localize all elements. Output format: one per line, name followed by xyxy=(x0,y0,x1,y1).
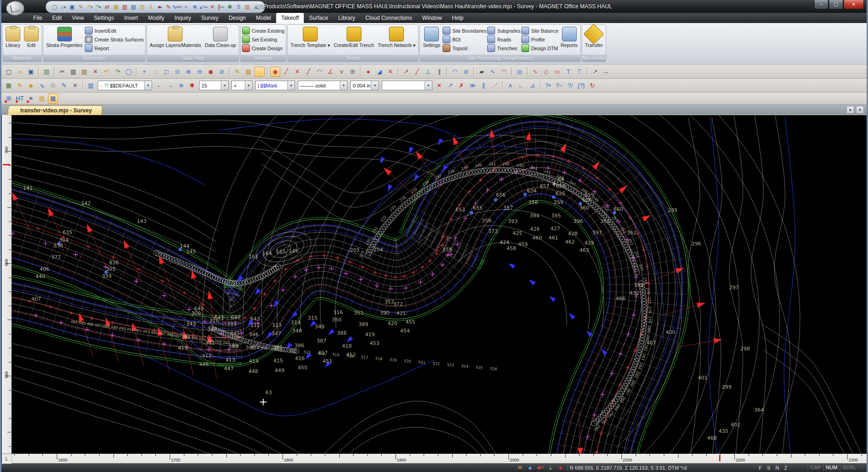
undo-icon[interactable]: ↶ xyxy=(101,67,112,77)
menu-item-view[interactable]: View xyxy=(67,13,89,23)
menu-item-cloud-connections[interactable]: Cloud Connections xyxy=(360,13,417,23)
trench-template-button[interactable]: Trench Template ▾ xyxy=(289,26,331,48)
query-point-icon[interactable]: ?• xyxy=(543,81,553,91)
save-icon[interactable]: ▣ xyxy=(68,3,76,12)
tangent-arc-icon[interactable]: ◠ xyxy=(450,67,460,77)
library-button[interactable]: Library xyxy=(4,26,22,48)
circle-icon[interactable]: ◎ xyxy=(514,67,525,77)
dropdown-arrow-icon[interactable]: ▼ xyxy=(371,81,378,90)
notes-toggle[interactable]: ▤ xyxy=(37,93,47,104)
transform-icon[interactable]: ⇘ xyxy=(37,81,47,91)
user-icon[interactable]: ☻ xyxy=(526,465,534,471)
copy-icon[interactable]: ▥ xyxy=(68,67,78,77)
hill-icon[interactable]: ▲ xyxy=(252,3,260,12)
dropdown-arrow-icon[interactable]: ▼ xyxy=(287,81,295,90)
paste-icon[interactable]: ▧ xyxy=(79,67,89,77)
strata-properties-button[interactable]: Strata Properties xyxy=(45,26,84,48)
point-heights-toggle[interactable]: HT xyxy=(15,93,25,104)
menu-item-help[interactable]: Help xyxy=(447,13,469,23)
dropdown-arrow-icon[interactable]: ▼ xyxy=(245,81,252,90)
delete-icon[interactable]: ✕ xyxy=(90,67,100,77)
menu-item-design[interactable]: Design xyxy=(224,13,251,23)
roads-button[interactable]: Roads xyxy=(487,35,520,43)
menu-item-edit[interactable]: Edit xyxy=(47,13,67,23)
spline-icon[interactable]: ∿ xyxy=(488,67,498,77)
resize-grip[interactable]: ⋰ xyxy=(860,465,866,471)
document-tab[interactable]: transfer-video.mjo - Survey xyxy=(7,105,103,115)
draft-icon[interactable]: ✎ xyxy=(232,67,242,77)
query-slope-icon[interactable]: ?/ xyxy=(565,81,575,91)
sheet-icon[interactable]: ▨ xyxy=(243,67,254,77)
info-icon[interactable]: ℹ xyxy=(147,3,155,12)
minimize-button[interactable]: ─ xyxy=(814,0,828,9)
trench-network-button[interactable]: Trench Network ▾ xyxy=(376,26,417,48)
chart-icon[interactable]: ▥ xyxy=(121,3,129,12)
menu-item-settings[interactable]: Settings xyxy=(89,13,119,23)
design-dtm-button[interactable]: Design DTM xyxy=(521,44,558,52)
create-edit-trench-button[interactable]: Create/Edit Trench xyxy=(332,26,376,48)
zoom-window-icon[interactable]: ◻ xyxy=(161,67,171,77)
sound-muted-icon[interactable]: ◀✕ xyxy=(536,465,544,471)
print-icon[interactable]: ▤ xyxy=(41,67,52,77)
menu-item-modify[interactable]: Modify xyxy=(143,13,169,23)
arc-icon[interactable]: ◠ xyxy=(314,67,325,77)
app-logo-button[interactable] xyxy=(6,1,24,16)
transfer-button[interactable]: Transfer xyxy=(584,26,604,48)
topsoil-button[interactable]: Topsoil xyxy=(443,44,486,52)
pan-icon[interactable]: + xyxy=(139,67,149,77)
angle-up-icon[interactable]: ∧ xyxy=(505,81,515,91)
data-clean-up-button[interactable]: Data Clean-up xyxy=(203,26,237,48)
menu-item-window[interactable]: Window xyxy=(417,13,447,23)
erase-point-icon[interactable]: ✕ xyxy=(385,67,396,77)
textbox-icon[interactable]: ⊤ xyxy=(574,67,585,77)
mark-style-combo[interactable]: |$$Mark▼ xyxy=(255,81,295,90)
dropdown-arrow-icon[interactable]: ▼ xyxy=(144,81,152,90)
segment-icon[interactable]: ╱ xyxy=(303,67,313,77)
menu-item-insert[interactable]: Insert xyxy=(119,13,143,23)
arc3-icon[interactable]: ◠ xyxy=(499,67,509,77)
undo-icon[interactable]: ↶▾ xyxy=(86,3,94,12)
dim-arrow-icon[interactable]: ↗ xyxy=(590,67,600,77)
menu-item-inquiry[interactable]: Inquiry xyxy=(170,13,196,23)
subgrades-button[interactable]: Subgrades xyxy=(487,27,520,35)
snap-parallel-icon[interactable]: ∥ xyxy=(478,81,489,91)
corner-icon[interactable]: ∟ xyxy=(516,81,526,91)
assign-layers-materials-button[interactable]: Assign Layers/Materials xyxy=(148,26,202,48)
polyline-icon[interactable]: ▰ xyxy=(477,67,487,77)
surface-view-icon[interactable]: ▦ xyxy=(4,81,14,91)
edit-icon[interactable]: ✎ xyxy=(77,3,85,12)
menu-item-file[interactable]: File xyxy=(28,13,47,23)
snap-x-icon[interactable]: ✕ xyxy=(434,81,444,91)
point-symbol-combo[interactable]: +▼ xyxy=(231,81,253,90)
menu-item-takeoff[interactable]: Takeoff xyxy=(276,13,304,23)
gauge-icon[interactable]: ⊘ xyxy=(461,67,471,77)
panel-icon[interactable]: ▥ xyxy=(86,81,96,91)
line-2pt-icon[interactable]: ╱ xyxy=(281,67,291,77)
display-options-toggle[interactable]: ▦ xyxy=(48,93,58,104)
perpendicular-icon[interactable]: ⊥ xyxy=(423,67,433,77)
open-project-icon[interactable]: ▱▾ xyxy=(59,3,67,12)
query-box-icon[interactable]: [?] xyxy=(576,81,586,91)
text-icon[interactable]: T xyxy=(563,67,573,77)
site-boundaries-button[interactable]: Site Boundaries xyxy=(443,27,486,35)
zoom-in-icon[interactable]: ⊕ xyxy=(183,67,194,77)
new-icon[interactable]: ▢ xyxy=(4,67,14,77)
menu-item-survey[interactable]: Survey xyxy=(196,13,224,23)
zoom-selection-icon[interactable]: ⊙ xyxy=(172,67,183,77)
menu-item-surface[interactable]: Surface xyxy=(304,13,333,23)
reports-button[interactable]: Reports xyxy=(559,26,579,48)
snap-dir-icon[interactable]: ↗ xyxy=(445,81,455,91)
mgr2-icon[interactable]: ✎ xyxy=(59,81,69,91)
insert-edit-button[interactable]: Insert/Edit xyxy=(85,27,144,35)
pen-icon[interactable]: ✎ xyxy=(165,3,172,12)
layer-lock-icon[interactable]: ⊓ xyxy=(105,82,109,88)
zoom-center-icon[interactable]: ◉ xyxy=(206,67,216,77)
points-icon[interactable]: ◆ xyxy=(26,81,36,91)
snap-dots-icon[interactable]: ⋰ xyxy=(490,81,500,91)
rect-icon[interactable]: ▭ xyxy=(552,67,562,77)
up-triangle-icon[interactable]: ▲ xyxy=(546,465,555,471)
select-icon[interactable]: ◯ xyxy=(124,67,134,77)
maximize-button[interactable]: ▢ xyxy=(829,0,843,9)
polygon-icon[interactable]: ◇ xyxy=(541,67,551,77)
line-width-combo[interactable]: 0.004 in▼ xyxy=(350,81,379,90)
